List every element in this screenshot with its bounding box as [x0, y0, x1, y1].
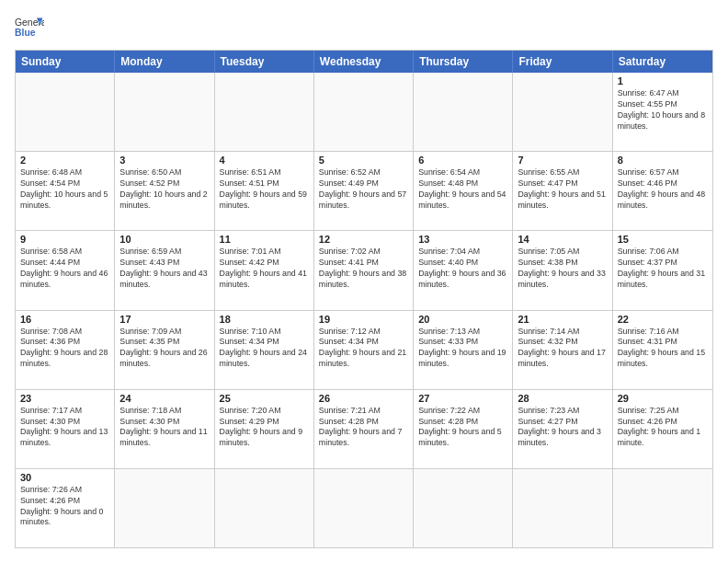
day-number: 18 — [220, 314, 309, 325]
day-number: 4 — [220, 155, 309, 166]
day-number: 13 — [418, 234, 507, 245]
cell-sun-info: Sunrise: 6:48 AM Sunset: 4:54 PM Dayligh… — [20, 167, 109, 212]
calendar-cell: 26Sunrise: 7:21 AM Sunset: 4:28 PM Dayli… — [314, 390, 414, 468]
cell-sun-info: Sunrise: 7:09 AM Sunset: 4:35 PM Dayligh… — [119, 327, 209, 371]
cell-sun-info: Sunrise: 6:50 AM Sunset: 4:52 PM Dayligh… — [119, 167, 209, 212]
cell-sun-info: Sunrise: 7:26 AM Sunset: 4:26 PM Dayligh… — [20, 485, 109, 529]
generalblue-logo-icon: General Blue — [15, 15, 44, 40]
day-number: 17 — [119, 314, 209, 325]
calendar-cell: 18Sunrise: 7:10 AM Sunset: 4:34 PM Dayli… — [215, 311, 314, 389]
cell-sun-info: Sunrise: 7:04 AM Sunset: 4:40 PM Dayligh… — [418, 247, 507, 291]
calendar-header-day: Thursday — [414, 51, 513, 73]
calendar-cell: 5Sunrise: 6:52 AM Sunset: 4:49 PM Daylig… — [314, 152, 414, 230]
cell-sun-info: Sunrise: 7:01 AM Sunset: 4:42 PM Dayligh… — [220, 247, 309, 291]
cell-sun-info: Sunrise: 7:14 AM Sunset: 4:32 PM Dayligh… — [518, 327, 607, 371]
calendar-row: 23Sunrise: 7:17 AM Sunset: 4:30 PM Dayli… — [16, 389, 712, 468]
cell-sun-info: Sunrise: 6:58 AM Sunset: 4:44 PM Dayligh… — [20, 247, 109, 291]
day-number: 10 — [119, 234, 209, 245]
day-number: 14 — [518, 234, 607, 245]
day-number: 21 — [518, 314, 607, 325]
cell-sun-info: Sunrise: 7:10 AM Sunset: 4:34 PM Dayligh… — [220, 327, 309, 371]
header: General Blue — [15, 15, 713, 40]
calendar-cell: 24Sunrise: 7:18 AM Sunset: 4:30 PM Dayli… — [115, 390, 214, 468]
day-number: 26 — [319, 393, 408, 404]
day-number: 24 — [119, 393, 209, 404]
calendar-header-day: Saturday — [613, 51, 712, 73]
calendar-cell: 17Sunrise: 7:09 AM Sunset: 4:35 PM Dayli… — [115, 311, 214, 389]
calendar-cell — [215, 469, 314, 547]
day-number: 28 — [518, 393, 607, 404]
day-number: 7 — [518, 155, 607, 166]
calendar-cell: 15Sunrise: 7:06 AM Sunset: 4:37 PM Dayli… — [613, 231, 712, 309]
day-number: 25 — [220, 393, 309, 404]
cell-sun-info: Sunrise: 7:17 AM Sunset: 4:30 PM Dayligh… — [20, 406, 109, 450]
cell-sun-info: Sunrise: 7:25 AM Sunset: 4:26 PM Dayligh… — [618, 406, 708, 450]
calendar-cell — [16, 73, 115, 151]
day-number: 27 — [418, 393, 507, 404]
calendar-row: 30Sunrise: 7:26 AM Sunset: 4:26 PM Dayli… — [16, 468, 712, 547]
calendar-cell — [613, 469, 712, 547]
cell-sun-info: Sunrise: 7:20 AM Sunset: 4:29 PM Dayligh… — [220, 406, 309, 450]
calendar-row: 16Sunrise: 7:08 AM Sunset: 4:36 PM Dayli… — [16, 310, 712, 389]
svg-text:Blue: Blue — [15, 28, 36, 38]
calendar-cell: 3Sunrise: 6:50 AM Sunset: 4:52 PM Daylig… — [115, 152, 214, 230]
calendar-cell: 6Sunrise: 6:54 AM Sunset: 4:48 PM Daylig… — [414, 152, 513, 230]
day-number: 11 — [220, 234, 309, 245]
calendar-cell: 12Sunrise: 7:02 AM Sunset: 4:41 PM Dayli… — [314, 231, 414, 309]
calendar-cell: 27Sunrise: 7:22 AM Sunset: 4:28 PM Dayli… — [414, 390, 513, 468]
calendar-cell: 9Sunrise: 6:58 AM Sunset: 4:44 PM Daylig… — [16, 231, 115, 309]
day-number: 16 — [20, 314, 109, 325]
cell-sun-info: Sunrise: 7:02 AM Sunset: 4:41 PM Dayligh… — [319, 247, 408, 291]
calendar-cell: 25Sunrise: 7:20 AM Sunset: 4:29 PM Dayli… — [215, 390, 314, 468]
calendar-row: 1Sunrise: 6:47 AM Sunset: 4:55 PM Daylig… — [16, 73, 712, 151]
calendar-cell: 16Sunrise: 7:08 AM Sunset: 4:36 PM Dayli… — [16, 311, 115, 389]
calendar-cell — [314, 73, 414, 151]
calendar-header-day: Friday — [513, 51, 612, 73]
day-number: 19 — [319, 314, 408, 325]
calendar-body: 1Sunrise: 6:47 AM Sunset: 4:55 PM Daylig… — [16, 73, 712, 547]
day-number: 9 — [20, 234, 109, 245]
calendar-cell: 21Sunrise: 7:14 AM Sunset: 4:32 PM Dayli… — [513, 311, 612, 389]
calendar-header-day: Sunday — [16, 51, 115, 73]
cell-sun-info: Sunrise: 7:21 AM Sunset: 4:28 PM Dayligh… — [319, 406, 408, 450]
cell-sun-info: Sunrise: 7:23 AM Sunset: 4:27 PM Dayligh… — [518, 406, 607, 450]
logo: General Blue — [15, 15, 44, 40]
day-number: 15 — [618, 234, 708, 245]
cell-sun-info: Sunrise: 7:08 AM Sunset: 4:36 PM Dayligh… — [20, 327, 109, 371]
calendar-cell: 19Sunrise: 7:12 AM Sunset: 4:34 PM Dayli… — [314, 311, 414, 389]
calendar-cell: 28Sunrise: 7:23 AM Sunset: 4:27 PM Dayli… — [513, 390, 612, 468]
page: General Blue SundayMondayTuesdayWednesda… — [0, 0, 728, 563]
calendar-cell: 8Sunrise: 6:57 AM Sunset: 4:46 PM Daylig… — [613, 152, 712, 230]
cell-sun-info: Sunrise: 6:51 AM Sunset: 4:51 PM Dayligh… — [220, 167, 309, 212]
calendar-cell: 30Sunrise: 7:26 AM Sunset: 4:26 PM Dayli… — [16, 469, 115, 547]
day-number: 2 — [20, 155, 109, 166]
calendar-cell: 20Sunrise: 7:13 AM Sunset: 4:33 PM Dayli… — [414, 311, 513, 389]
calendar-row: 9Sunrise: 6:58 AM Sunset: 4:44 PM Daylig… — [16, 230, 712, 309]
cell-sun-info: Sunrise: 6:52 AM Sunset: 4:49 PM Dayligh… — [319, 167, 408, 212]
cell-sun-info: Sunrise: 6:55 AM Sunset: 4:47 PM Dayligh… — [518, 167, 607, 212]
day-number: 5 — [319, 155, 408, 166]
calendar-cell — [115, 469, 214, 547]
cell-sun-info: Sunrise: 7:12 AM Sunset: 4:34 PM Dayligh… — [319, 327, 408, 371]
calendar-cell — [513, 469, 612, 547]
cell-sun-info: Sunrise: 7:16 AM Sunset: 4:31 PM Dayligh… — [618, 327, 708, 371]
calendar-cell: 13Sunrise: 7:04 AM Sunset: 4:40 PM Dayli… — [414, 231, 513, 309]
calendar-cell: 14Sunrise: 7:05 AM Sunset: 4:38 PM Dayli… — [513, 231, 612, 309]
day-number: 8 — [618, 155, 708, 166]
calendar-cell — [215, 73, 314, 151]
calendar-cell — [414, 73, 513, 151]
calendar-cell: 23Sunrise: 7:17 AM Sunset: 4:30 PM Dayli… — [16, 390, 115, 468]
calendar-header-day: Wednesday — [314, 51, 414, 73]
cell-sun-info: Sunrise: 6:59 AM Sunset: 4:43 PM Dayligh… — [119, 247, 209, 291]
calendar-row: 2Sunrise: 6:48 AM Sunset: 4:54 PM Daylig… — [16, 151, 712, 230]
day-number: 30 — [20, 472, 109, 483]
day-number: 20 — [418, 314, 507, 325]
day-number: 6 — [418, 155, 507, 166]
day-number: 1 — [618, 75, 708, 86]
cell-sun-info: Sunrise: 7:13 AM Sunset: 4:33 PM Dayligh… — [418, 327, 507, 371]
calendar-cell — [115, 73, 214, 151]
day-number: 3 — [119, 155, 209, 166]
calendar-cell — [513, 73, 612, 151]
calendar-cell: 1Sunrise: 6:47 AM Sunset: 4:55 PM Daylig… — [613, 73, 712, 151]
day-number: 22 — [618, 314, 708, 325]
